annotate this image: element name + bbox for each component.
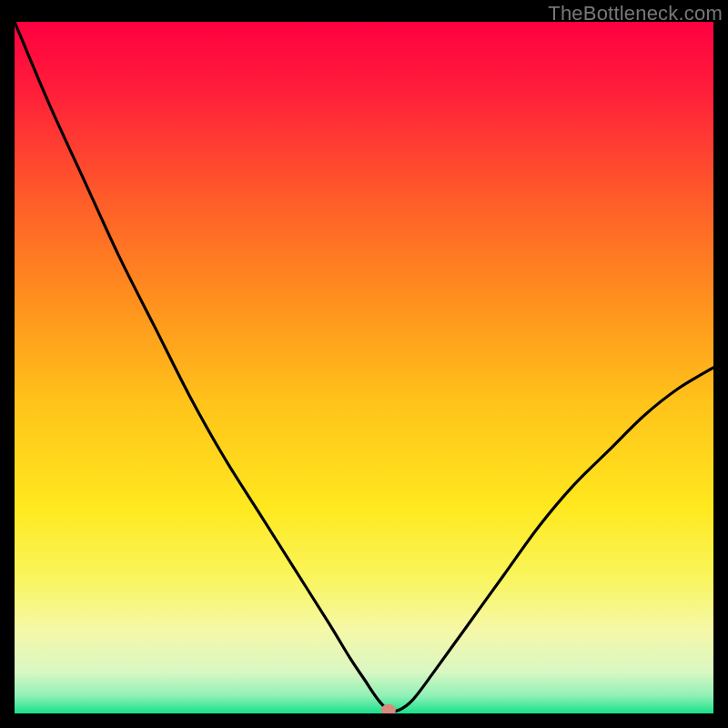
plot-area [15,22,713,713]
chart-svg [15,22,713,713]
chart-container: TheBottleneck.com [0,0,728,728]
gradient-background [15,22,713,713]
watermark-text: TheBottleneck.com [548,2,723,25]
